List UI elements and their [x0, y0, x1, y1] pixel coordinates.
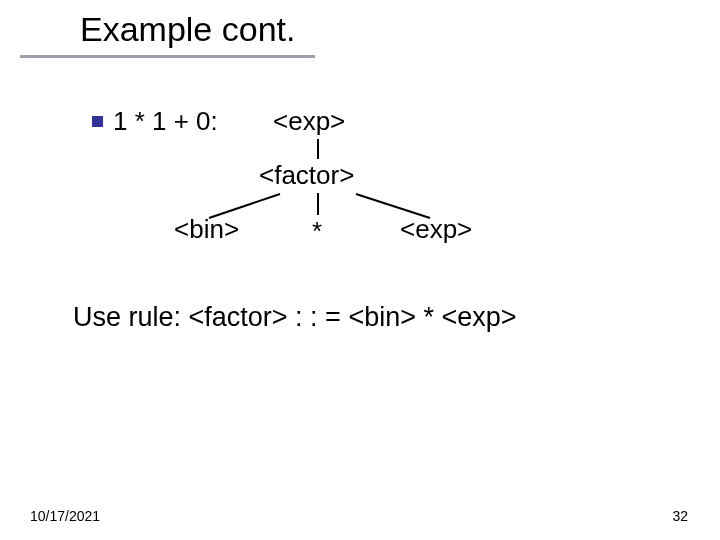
footer-page-number: 32 — [672, 508, 688, 524]
tree-node-star: * — [312, 216, 322, 247]
title-underline — [20, 55, 315, 58]
tree-node-bin: <bin> — [174, 214, 239, 245]
bullet-square-icon — [92, 116, 103, 127]
tree-node-factor: <factor> — [259, 160, 354, 191]
tree-diagonal-edges — [0, 0, 720, 540]
tree-node-exp-right: <exp> — [400, 214, 472, 245]
tree-edge-2-center — [317, 193, 319, 215]
tree-edge-1 — [317, 139, 319, 159]
slide-title: Example cont. — [80, 10, 295, 49]
bullet-input-text: 1 * 1 + 0: — [113, 106, 218, 137]
footer-date: 10/17/2021 — [30, 508, 100, 524]
slide: Example cont. 1 * 1 + 0: <exp> <factor> … — [0, 0, 720, 540]
grammar-rule-text: Use rule: <factor> : : = <bin> * <exp> — [73, 302, 517, 333]
tree-node-exp-top: <exp> — [273, 106, 345, 137]
